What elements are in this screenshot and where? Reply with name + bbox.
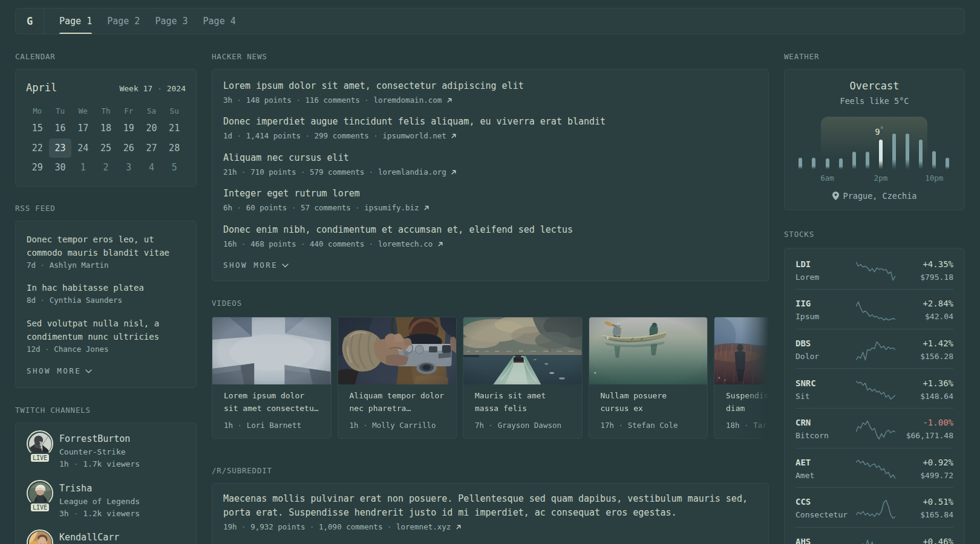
stock-ticker[interactable]: LDI (795, 257, 855, 271)
calendar-day[interactable]: 25 (94, 138, 117, 158)
stock-company-name: Ipsum (795, 310, 855, 323)
page-header: G Page 1Page 2Page 3Page 4 (15, 8, 965, 34)
hn-item-points: 710 points (250, 167, 296, 176)
weather-bar (906, 134, 909, 169)
calendar-day[interactable]: 19 (117, 118, 140, 138)
dot-separator: · (382, 522, 396, 531)
video-title[interactable]: Aliquam tempor dolor nec pharetra… (350, 389, 446, 415)
stock-ticker[interactable]: SNRC (795, 377, 855, 390)
twitch-channel-name[interactable]: ForrestBurton (59, 432, 140, 445)
rss-item-meta: 12d · Chance Jones (27, 343, 185, 355)
hackernews-item-title[interactable]: Lorem ipsum dolor sit amet, consectetur … (223, 80, 757, 92)
twitch-channel-category[interactable]: League of Legends (59, 495, 140, 508)
video-title[interactable]: Lorem ipsum dolor sit amet consectetu… (224, 389, 320, 415)
calendar-day[interactable]: 27 (140, 138, 163, 158)
calendar-day[interactable]: 29 (26, 158, 49, 178)
calendar-day[interactable]: 1 (71, 158, 94, 178)
hn-item-comments[interactable]: 116 comments (305, 96, 359, 105)
dot-separator: · (237, 239, 251, 248)
post-domain[interactable]: loremnet.xyz (396, 522, 451, 531)
stock-ticker[interactable]: IIG (795, 297, 855, 310)
stock-row: CRN Bitcorn -1.00% $66,171.48 (795, 409, 953, 448)
stock-ticker[interactable]: AET (795, 456, 855, 469)
dot-separator: · (359, 421, 373, 430)
calendar-day[interactable]: 5 (163, 158, 186, 178)
video-author[interactable]: Grayson Dawson (498, 421, 561, 430)
calendar-day[interactable]: 20 (140, 118, 163, 138)
dot-separator: · (364, 239, 378, 248)
rss-item-title[interactable]: Donec tempor eros leo, ut commodo mauris… (27, 233, 185, 259)
video-meta: 1h · Lori Barnett (224, 419, 320, 431)
hackernews-item-title[interactable]: Integer eget rutrum lorem (223, 187, 757, 200)
hackernews-show-more-button[interactable]: Show more (223, 259, 757, 271)
hackernews-card: Lorem ipsum dolor sit amet, consectetur … (212, 69, 769, 281)
stock-symbol-cell: CCS Consectetur (795, 495, 855, 522)
calendar-day[interactable]: 2 (94, 158, 117, 178)
rss-show-more-button[interactable]: Show more (27, 365, 185, 377)
calendar-day[interactable]: 15 (26, 118, 49, 138)
column-middle: Hacker News Lorem ipsum dolor sit amet, … (212, 52, 769, 544)
nav-page-4[interactable]: Page 4 (203, 8, 236, 34)
calendar-day[interactable]: 28 (163, 138, 186, 158)
video-author[interactable]: Tara (753, 421, 769, 430)
hn-item-domain[interactable]: loremtech.co (378, 239, 433, 248)
video-thumbnail[interactable] (338, 317, 457, 384)
video-thumbnail[interactable] (589, 317, 708, 384)
avatar[interactable] (27, 529, 53, 544)
nav-page-1[interactable]: Page 1 (59, 8, 92, 34)
hn-item-domain[interactable]: loremdomain.com (373, 96, 442, 105)
hackernews-item: Donec imperdiet augue tincidunt felis al… (223, 115, 757, 141)
video-thumbnail[interactable] (714, 317, 769, 384)
calendar-week-year: Week 17 · 2024 (119, 84, 186, 93)
video-thumbnail[interactable] (463, 317, 582, 384)
video-thumbnail[interactable] (212, 317, 331, 384)
calendar-day[interactable]: 16 (49, 118, 72, 138)
twitch-channel-name[interactable]: KendallCarr (59, 531, 119, 544)
calendar-day[interactable]: 18 (94, 118, 117, 138)
hn-item-comments[interactable]: 579 comments (310, 167, 364, 176)
dot-separator: · (69, 509, 83, 518)
calendar-day[interactable]: 23 (49, 138, 72, 158)
video-title[interactable]: Nullam posuere cursus ex (601, 389, 697, 415)
video-title[interactable]: Suspendisse diam (726, 389, 769, 415)
calendar-day[interactable]: 17 (71, 118, 94, 138)
rss-item-title[interactable]: Sed volutpat nulla nisl, a condimentum n… (27, 317, 185, 343)
stock-ticker[interactable]: CCS (795, 495, 855, 508)
video-author[interactable]: Molly Carrillo (372, 421, 436, 430)
thumbnail-person-foggy-field (714, 317, 769, 384)
hn-item-comments[interactable]: 440 comments (310, 239, 364, 248)
hn-item-domain[interactable]: ipsumify.biz (364, 203, 419, 212)
calendar-day[interactable]: 30 (49, 158, 72, 178)
twitch-channel-name[interactable]: Trisha (59, 482, 140, 495)
hackernews-item-title[interactable]: Donec imperdiet augue tincidunt felis al… (223, 115, 757, 128)
video-title[interactable]: Mauris sit amet massa felis (475, 389, 571, 415)
hackernews-item-title[interactable]: Donec enim nibh, condimentum et accumsan… (223, 224, 757, 236)
hn-item-comments[interactable]: 57 comments (301, 203, 351, 212)
twitch-channel-category[interactable]: Counter-Strike (59, 445, 140, 458)
hn-item-domain[interactable]: ipsumworld.net (382, 131, 446, 140)
calendar-day[interactable]: 26 (117, 138, 140, 158)
stock-ticker[interactable]: DBS (795, 337, 855, 350)
rss-item-title[interactable]: In hac habitasse platea (27, 281, 185, 294)
calendar-weekday: Th (94, 103, 117, 118)
weather-card: Overcast Feels like 5°C 9° 6am2pm10pm Pr… (784, 69, 965, 210)
calendar-day[interactable]: 4 (140, 158, 163, 178)
app-logo[interactable]: G (16, 8, 44, 34)
video-author[interactable]: Stefan Cole (628, 421, 678, 430)
calendar-day[interactable]: 3 (117, 158, 140, 178)
nav-page-2[interactable]: Page 2 (107, 8, 140, 34)
hn-item-comments[interactable]: 299 comments (315, 131, 369, 140)
calendar-day[interactable]: 24 (71, 138, 94, 158)
video-author[interactable]: Lori Barnett (247, 421, 301, 430)
hn-item-domain[interactable]: loremlandia.org (378, 167, 446, 176)
stock-ticker[interactable]: CRN (795, 416, 855, 429)
calendar-day[interactable]: 21 (163, 118, 186, 138)
sparkline-chart (856, 539, 895, 544)
weather-axis-label: 10pm (925, 173, 943, 183)
post-comments[interactable]: 1,090 comments (319, 522, 382, 531)
subreddit-post-title[interactable]: Maecenas mollis pulvinar erat non posuer… (223, 492, 757, 520)
stock-ticker[interactable]: AHS (795, 535, 855, 544)
nav-page-3[interactable]: Page 3 (155, 8, 188, 34)
calendar-day[interactable]: 22 (26, 138, 49, 158)
hackernews-item-title[interactable]: Aliquam nec cursus elit (223, 152, 757, 164)
